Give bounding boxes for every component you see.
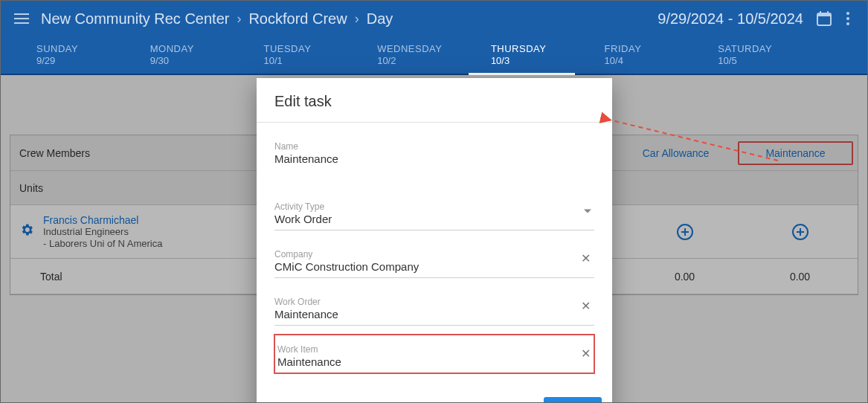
svg-rect-2 (820, 11, 821, 15)
svg-point-6 (846, 22, 849, 25)
close-icon[interactable]: ✕ (578, 346, 593, 361)
svg-point-5 (846, 17, 849, 20)
breadcrumb-item[interactable]: Day (367, 10, 393, 28)
field-work-order[interactable]: Work Order Maintenance ✕ (274, 287, 594, 326)
day-tab-wed[interactable]: WEDNESDAY10/2 (377, 36, 491, 74)
svg-rect-1 (817, 13, 831, 16)
day-tab-mon[interactable]: MONDAY9/30 (150, 36, 264, 74)
date-range: 9/29/2024 - 10/5/2024 (658, 10, 803, 28)
day-tab-fri[interactable]: FRIDAY10/4 (605, 36, 718, 74)
breadcrumb: New Community Rec Center › Rockford Crew… (41, 10, 393, 28)
more-vert-icon[interactable] (836, 7, 860, 30)
field-name[interactable]: Name Maintenance (274, 132, 594, 170)
edit-task-dialog: Edit task Name Maintenance Activity Type… (257, 78, 612, 403)
field-company[interactable]: Company CMiC Construction Company ✕ (274, 239, 594, 278)
cancel-button[interactable]: CANCEL (469, 397, 532, 403)
calendar-icon[interactable] (812, 7, 836, 30)
day-tabs: SUNDAY9/29 MONDAY9/30 TUESDAY10/1 WEDNES… (1, 36, 867, 75)
close-icon[interactable]: ✕ (578, 299, 593, 314)
dialog-title: Edit task (257, 78, 612, 123)
svg-point-4 (846, 12, 849, 15)
day-tab-sat[interactable]: SATURDAY10/5 (718, 36, 832, 74)
close-icon[interactable]: ✕ (578, 251, 593, 266)
chevron-down-icon[interactable] (584, 209, 591, 213)
menu-icon[interactable] (8, 5, 35, 32)
field-work-item[interactable]: Work Item Maintenance ✕ (274, 335, 594, 373)
breadcrumb-item[interactable]: Rockford Crew (248, 10, 347, 28)
app-toolbar: New Community Rec Center › Rockford Crew… (1, 1, 867, 36)
breadcrumb-item[interactable]: New Community Rec Center (41, 10, 229, 28)
day-tab-sun[interactable]: SUNDAY9/29 (36, 36, 150, 74)
svg-rect-3 (827, 11, 829, 15)
day-tab-tue[interactable]: TUESDAY10/1 (263, 36, 377, 74)
day-tab-thu[interactable]: THURSDAY10/3 (491, 36, 605, 74)
field-activity-type[interactable]: Activity Type Work Order (274, 192, 594, 230)
done-button[interactable]: DONE (544, 397, 602, 403)
